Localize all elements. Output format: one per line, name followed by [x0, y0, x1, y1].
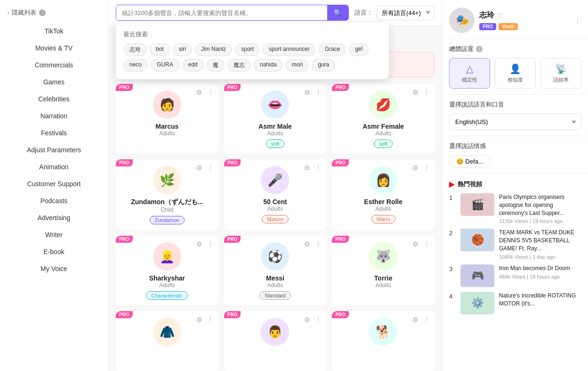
voice-card-sharkyshar[interactable]: PRO⚙⋮👱‍♀️SharkysharAdultsCharacteristic [116, 236, 218, 305]
dropdown-tag-sport[interactable]: sport [235, 43, 260, 56]
dropdown-tag-nahida[interactable]: nahida [254, 59, 283, 72]
card-settings-btn[interactable]: ⚙ [411, 163, 419, 173]
card-settings-btn[interactable]: ⚙ [303, 88, 311, 97]
dropdown-tag-魔[interactable]: 魔 [207, 59, 225, 72]
card-more-btn[interactable]: ⋮ [206, 163, 215, 173]
voice-name: 50 Cent [263, 198, 287, 206]
card-settings-btn[interactable]: ⚙ [195, 88, 203, 97]
card-more-btn[interactable]: ⋮ [422, 239, 431, 249]
voice-age: Adults [159, 282, 175, 289]
card-more-btn[interactable]: ⋮ [206, 88, 215, 97]
dropdown-tag-edd[interactable]: edd [182, 59, 204, 72]
card-actions: ⚙⋮ [195, 88, 215, 97]
trending-item[interactable]: 3 🎮 Iron Man becomes Dr Doom 484k Views … [449, 264, 581, 287]
voice-avatar: 🐺 [369, 242, 397, 271]
sidebar-item-narration[interactable]: Narration [4, 107, 104, 124]
voice-card-card-11[interactable]: PRO⚙⋮👨 [224, 311, 327, 371]
sidebar-item-animation[interactable]: Animation [4, 158, 104, 175]
sidebar-item-customer-support[interactable]: Customer Support [4, 175, 104, 192]
rp-lang-select[interactable]: English(US) [449, 114, 581, 130]
dropdown-tag-grace[interactable]: Grace [319, 43, 346, 56]
voice-card-asmr-female[interactable]: PRO⚙⋮💋Asmr FemaleAdultssoft [332, 84, 435, 154]
card-settings-btn[interactable]: ⚙ [195, 239, 203, 249]
voice-tag: Characteristic [146, 291, 188, 300]
sidebar-item-games[interactable]: Games [4, 74, 104, 91]
rp-info-icon: i [476, 46, 483, 52]
sidebar-hide-header[interactable]: › 隱藏列表 i [0, 5, 108, 23]
voice-card-card-12[interactable]: PRO⚙⋮🐕 [332, 311, 435, 371]
card-settings-btn[interactable]: ⚙ [195, 315, 203, 324]
voice-card-card-10[interactable]: PRO⚙⋮🧥 [116, 311, 218, 371]
sidebar-item-commercials[interactable]: Commercials [4, 57, 104, 74]
card-settings-btn[interactable]: ⚙ [411, 239, 419, 249]
dropdown-tag-gura[interactable]: gura [312, 59, 335, 72]
sidebar-item-festivals[interactable]: Festivals [4, 124, 104, 141]
sidebar-hide-label: 隱藏列表 [12, 8, 36, 17]
voice-tag: soft [374, 140, 393, 148]
rp-control-similarity[interactable]: 👤相似度 [495, 58, 536, 89]
card-more-btn[interactable]: ⋮ [422, 88, 431, 97]
rp-control-speech-rate[interactable]: 📡語頻率 [540, 58, 581, 89]
emotion-button[interactable]: 😊 Defa... [449, 155, 491, 168]
sidebar-item-podcasts[interactable]: Podcasts [4, 192, 104, 209]
dropdown-tag-sport-announcer[interactable]: sport announcer [263, 43, 316, 56]
card-settings-btn[interactable]: ⚙ [303, 315, 311, 324]
card-more-btn[interactable]: ⋮ [422, 315, 431, 324]
sidebar-item-e-book[interactable]: E-book [4, 243, 104, 260]
sidebar-item-writer[interactable]: Writer [4, 226, 104, 243]
voice-card-messi[interactable]: PRO⚙⋮⚽MessiAdultsStandard [224, 236, 327, 305]
sidebar-item-movies-tv[interactable]: Movies & TV [4, 40, 104, 57]
card-more-btn[interactable]: ⋮ [314, 88, 322, 97]
voice-card-torrie[interactable]: PRO⚙⋮🐺TorrieAdults [332, 236, 435, 305]
youtube-icon: ▶ [449, 180, 455, 189]
sidebar-item-adjust-parameters[interactable]: Adjust Parameters [4, 141, 104, 158]
card-settings-btn[interactable]: ⚙ [303, 163, 311, 173]
dropdown-tag-jim-nantz[interactable]: Jim Nantz [195, 43, 232, 56]
card-more-btn[interactable]: ⋮ [314, 163, 322, 173]
dropdown-tag-魔志[interactable]: 魔志 [227, 59, 251, 72]
card-more-btn[interactable]: ⋮ [206, 315, 215, 324]
card-more-btn[interactable]: ⋮ [422, 163, 431, 173]
voice-card-asmr-male[interactable]: PRO⚙⋮👄Asmr MaleAdultssoft [224, 84, 327, 154]
voice-card-50-cent[interactable]: PRO⚙⋮🎤50 CentAdultsMature [224, 159, 327, 230]
dropdown-tag-志玲[interactable]: 志玲 [123, 43, 147, 56]
lang-section-label: 選擇說話語言和口音 [449, 100, 504, 109]
trending-item[interactable]: 4 ⚙️ Nature's Incredible ROTATING MOTOR … [449, 292, 581, 314]
dropdown-tag-girl[interactable]: girl [349, 43, 369, 56]
dropdown-tag-gura[interactable]: GURA [151, 59, 179, 72]
trending-item[interactable]: 2 🏀 TEAM MARK vs TEAM DUKE DENNIS 5V5 BA… [449, 229, 581, 259]
voice-age: Adults [267, 282, 283, 289]
card-settings-btn[interactable]: ⚙ [411, 88, 419, 97]
voice-avatar: 👩 [369, 166, 397, 194]
trending-info: Iron Man becomes Dr Doom 484k Views | 18… [499, 264, 581, 280]
sidebar-item-tiktok[interactable]: TikTok [4, 23, 104, 40]
card-more-btn[interactable]: ⋮ [206, 239, 215, 249]
rp-control-stability[interactable]: △穩定性 [449, 58, 490, 89]
dropdown-tag-siri[interactable]: siri [173, 43, 192, 56]
voice-name: Torrie [374, 274, 393, 282]
card-more-btn[interactable]: ⋮ [314, 315, 322, 324]
sidebar-item-advertising[interactable]: Advertising [4, 209, 104, 226]
card-more-btn[interactable]: ⋮ [314, 239, 322, 249]
trending-item[interactable]: 1 🎬 Paris Olympics organisers apologise … [449, 193, 581, 224]
lang-select-wrap: 語言： 所有語言(44+)English(US)JapaneseChinese [354, 6, 435, 20]
heart-icon[interactable]: ♡ [497, 12, 503, 19]
voice-avatar: 🧑 [153, 91, 181, 119]
search-button[interactable]: 🔍 [327, 5, 348, 20]
dropdown-tag-neco[interactable]: neco [123, 59, 148, 72]
more-button[interactable]: ⋮ [574, 16, 581, 25]
card-settings-btn[interactable]: ⚙ [411, 315, 419, 324]
card-settings-btn[interactable]: ⚙ [303, 239, 311, 249]
sidebar-item-my-voice[interactable]: My Voice [4, 260, 104, 277]
lang-select[interactable]: 所有語言(44+)English(US)JapaneseChinese [377, 6, 435, 20]
trending-info: Paris Olympics organisers apologise for … [499, 193, 581, 224]
voice-card-zundamon[interactable]: PRO⚙⋮🌿Zundamon（ずんだも...ChildZundamon [116, 159, 218, 230]
search-input[interactable] [116, 6, 327, 20]
card-settings-btn[interactable]: ⚙ [195, 163, 203, 173]
dropdown-tag-mori[interactable]: mori [286, 59, 309, 72]
dropdown-tag-bot[interactable]: bot [150, 43, 170, 56]
voice-card-esther-rolle[interactable]: PRO⚙⋮👩Esther RolleAdultsWarm [332, 159, 435, 230]
sidebar-item-celebrities[interactable]: Celebrities [4, 91, 104, 107]
voice-card-marcus[interactable]: PRO⚙⋮🧑MarcusAdults [116, 84, 218, 154]
voice-avatar: 👱‍♀️ [153, 242, 181, 271]
